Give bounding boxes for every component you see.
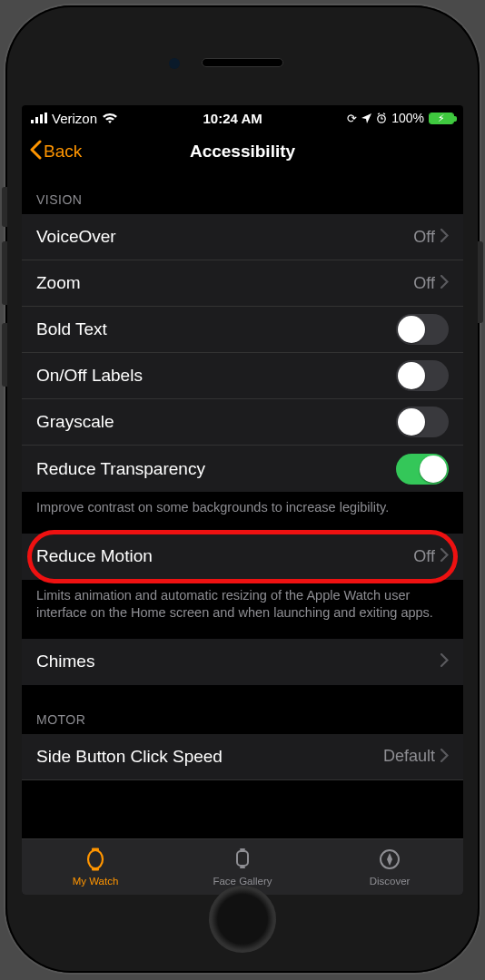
svg-rect-1 <box>35 117 38 123</box>
watch-icon <box>83 848 108 873</box>
front-camera <box>169 58 180 69</box>
svg-rect-3 <box>45 113 47 123</box>
alarm-icon <box>376 113 387 123</box>
footer-reduce-transparency: Improve contrast on some backgrounds to … <box>22 492 463 534</box>
row-reduce-motion[interactable]: Reduce Motion Off <box>22 534 463 580</box>
row-label: On/Off Labels <box>36 366 396 386</box>
row-reduce-transparency[interactable]: Reduce Transparency <box>22 446 463 492</box>
svg-rect-2 <box>40 114 43 123</box>
orientation-lock-icon: ⟳ <box>347 112 357 125</box>
chevron-right-icon <box>440 546 449 566</box>
row-label: Side Button Click Speed <box>36 747 383 767</box>
chevron-right-icon <box>440 227 449 247</box>
row-label: VoiceOver <box>36 227 413 247</box>
row-label: Reduce Motion <box>36 546 413 566</box>
speaker-grille <box>202 58 283 67</box>
svg-rect-0 <box>31 120 34 123</box>
signal-bars-icon <box>31 113 47 123</box>
chevron-right-icon <box>440 652 449 671</box>
status-bar: Verizon 10:24 AM ⟳ 100% ⚡︎ <box>22 105 463 131</box>
location-icon <box>361 113 371 123</box>
volume-up <box>2 241 7 305</box>
row-value: Off <box>413 274 435 293</box>
row-label: Zoom <box>36 273 413 293</box>
settings-content: VISION VoiceOver Off Zoom Off Bold Text … <box>22 172 463 838</box>
toggle-reduce-transparency[interactable] <box>396 454 449 485</box>
battery-pct: 100% <box>391 111 424 125</box>
page-title: Accessibility <box>22 142 463 162</box>
row-value: Off <box>413 547 435 566</box>
home-button[interactable] <box>209 886 276 953</box>
chevron-left-icon <box>29 140 42 164</box>
compass-icon <box>377 848 402 873</box>
svg-rect-9 <box>240 848 245 850</box>
clock: 10:24 AM <box>203 111 262 126</box>
row-grayscale[interactable]: Grayscale <box>22 399 463 446</box>
tab-my-watch[interactable]: My Watch <box>22 839 169 895</box>
tab-discover[interactable]: Discover <box>316 839 463 895</box>
toggle-bold-text[interactable] <box>396 314 449 345</box>
tab-label: Discover <box>370 876 411 887</box>
toggle-grayscale[interactable] <box>396 407 449 437</box>
section-header-vision: VISION <box>22 172 463 214</box>
row-label: Grayscale <box>36 412 396 432</box>
svg-rect-6 <box>92 848 99 851</box>
row-label: Chimes <box>36 652 440 671</box>
back-button[interactable]: Back <box>29 140 82 164</box>
row-label: Bold Text <box>36 319 396 339</box>
nav-bar: Back Accessibility <box>22 131 463 172</box>
row-onoff-labels[interactable]: On/Off Labels <box>22 353 463 399</box>
tab-label: My Watch <box>73 876 119 887</box>
row-label: Reduce Transparency <box>36 459 396 479</box>
svg-point-5 <box>88 850 103 868</box>
power-button <box>478 241 483 323</box>
mute-switch <box>2 187 7 227</box>
svg-rect-10 <box>240 867 245 868</box>
back-label: Back <box>44 142 82 162</box>
chevron-right-icon <box>440 273 449 293</box>
row-chimes[interactable]: Chimes <box>22 639 463 685</box>
row-value: Default <box>383 747 435 766</box>
footer-reduce-motion: Limits animation and automatic resizing … <box>22 580 463 639</box>
chevron-right-icon <box>440 747 449 767</box>
face-gallery-icon <box>230 848 255 873</box>
wifi-icon <box>102 113 118 124</box>
row-value: Off <box>413 228 435 247</box>
volume-down <box>2 323 7 387</box>
svg-rect-7 <box>92 868 99 871</box>
row-side-button-speed[interactable]: Side Button Click Speed Default <box>22 734 463 780</box>
row-voiceover[interactable]: VoiceOver Off <box>22 214 463 260</box>
row-bold-text[interactable]: Bold Text <box>22 307 463 353</box>
phone-frame: Verizon 10:24 AM ⟳ 100% ⚡︎ <box>5 5 480 973</box>
battery-icon: ⚡︎ <box>429 113 454 124</box>
carrier-label: Verizon <box>52 111 97 126</box>
section-header-motor: MOTOR <box>22 685 463 734</box>
row-zoom[interactable]: Zoom Off <box>22 260 463 307</box>
svg-rect-8 <box>237 851 248 866</box>
screen: Verizon 10:24 AM ⟳ 100% ⚡︎ <box>22 105 463 895</box>
toggle-onoff-labels[interactable] <box>396 360 449 391</box>
